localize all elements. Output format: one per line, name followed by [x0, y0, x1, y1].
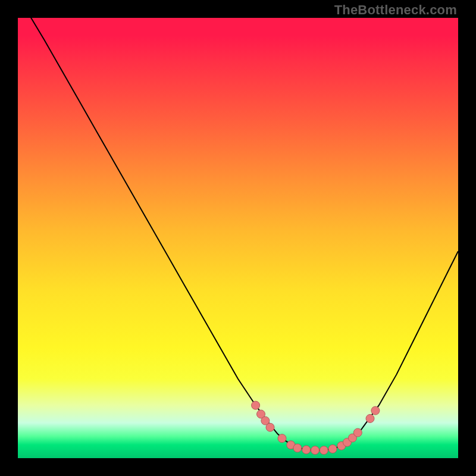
curve-marker: [353, 428, 362, 437]
bottleneck-chart: [18, 18, 458, 458]
curve-marker: [266, 423, 274, 431]
curve-marker: [320, 446, 328, 455]
curve-markers: [252, 401, 380, 455]
curve-marker: [302, 446, 311, 454]
curve-marker: [311, 446, 320, 455]
curve-marker: [366, 414, 374, 422]
attribution-text: TheBottleneck.com: [334, 2, 457, 18]
curve-marker: [293, 444, 302, 452]
curve-marker: [252, 401, 260, 409]
curve-marker: [328, 445, 337, 453]
bottleneck-curve: [18, 18, 458, 450]
curve-marker: [371, 406, 380, 415]
curve-marker: [278, 434, 286, 443]
